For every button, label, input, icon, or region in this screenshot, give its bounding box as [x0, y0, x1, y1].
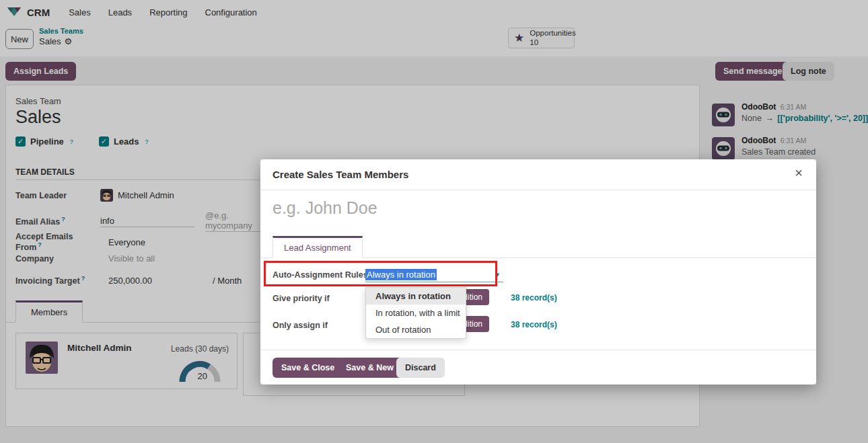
dialog-title: Create Sales Team Members [273, 169, 408, 180]
auto-assignment-label: Auto-Assignment Rules [273, 270, 368, 280]
only-assign-records-link[interactable]: 38 record(s) [511, 320, 557, 329]
auto-assignment-value: Always in rotation [365, 269, 437, 280]
tab-lead-assignment[interactable]: Lead Assignment [273, 236, 363, 258]
close-icon[interactable]: × [795, 166, 803, 179]
chevron-down-icon: ▾ [495, 270, 499, 279]
give-priority-records-link[interactable]: 38 record(s) [511, 293, 557, 303]
only-assign-label: Only assign if [273, 321, 328, 330]
dropdown-option-rotation-with-limit[interactable]: In rotation, with a limit [366, 305, 466, 321]
dropdown-option-always-in-rotation[interactable]: Always in rotation [366, 288, 466, 305]
auto-assignment-select[interactable]: Always in rotation ▾ [365, 268, 503, 282]
dropdown-option-out-of-rotation[interactable]: Out of rotation [366, 321, 466, 338]
create-members-dialog: Create Sales Team Members × e.g. John Do… [260, 159, 816, 385]
member-name-input[interactable]: e.g. John Doe [273, 198, 797, 218]
dialog-tab-bar: Lead Assignment [260, 236, 816, 258]
dialog-footer: Save & Close Save & New Discard [260, 350, 816, 385]
auto-assignment-dropdown: Always in rotation In rotation, with a l… [365, 287, 466, 339]
odoo-crm-screen: CRM Sales Leads Reporting Configuration … [0, 0, 868, 443]
give-priority-label: Give priority if [273, 294, 330, 303]
dialog-header: Create Sales Team Members × [260, 159, 816, 190]
discard-button[interactable]: Discard [396, 358, 445, 378]
save-new-button[interactable]: Save & New [337, 358, 402, 378]
save-close-button[interactable]: Save & Close [273, 358, 343, 378]
